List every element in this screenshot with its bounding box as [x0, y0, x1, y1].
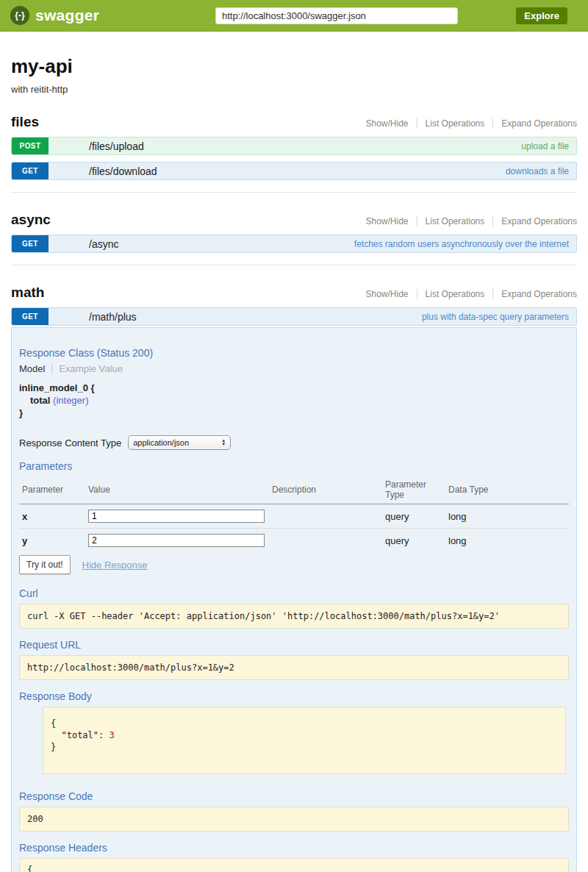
column-header-data-type: Data Type — [445, 476, 569, 504]
response-headers-json: { "date": "Sun, 21 Oct 2018 20:07:29 GMT… — [27, 865, 561, 872]
operation-path[interactable]: /math/plus — [89, 311, 137, 323]
json-close-brace: } — [51, 741, 558, 753]
operation-summary-link[interactable]: downloads a file — [506, 166, 569, 176]
parameter-data-type: long — [445, 504, 569, 529]
curl-heading: Curl — [19, 587, 569, 599]
operation-row-get-async[interactable]: GET /async fetches random users asynchro… — [11, 235, 577, 253]
request-url-heading: Request URL — [19, 639, 569, 651]
operation-summary-link[interactable]: plus with data-spec query parameters — [422, 312, 569, 322]
parameter-description — [269, 504, 382, 529]
response-body-heading: Response Body — [19, 690, 569, 702]
brand-title: swagger — [35, 7, 99, 24]
parameter-data-type: long — [445, 529, 569, 553]
response-content-type-label: Response Content Type — [19, 437, 121, 448]
curl-command-block: curl -X GET --header 'Accept: applicatio… — [19, 604, 569, 629]
parameter-type: query — [382, 529, 445, 553]
operation-path[interactable]: /files/download — [89, 165, 157, 177]
section-title-async: async — [11, 212, 51, 228]
parameter-description — [269, 529, 382, 553]
response-body-block: { "total": 3 } — [43, 707, 566, 774]
show-hide-link[interactable]: Show/Hide — [358, 216, 417, 226]
section-async: async Show/Hide List Operations Expand O… — [11, 212, 577, 265]
parameter-row-y: y query long — [19, 529, 569, 553]
show-hide-link[interactable]: Show/Hide — [358, 118, 417, 129]
top-bar: {-} swagger Explore — [0, 0, 588, 32]
list-operations-link[interactable]: List Operations — [417, 289, 493, 299]
list-operations-link[interactable]: List Operations — [417, 216, 493, 226]
operation-row-post-files-upload[interactable]: POST /files/upload upload a file — [11, 137, 577, 155]
section-title-math: math — [11, 285, 44, 301]
operation-summary-link[interactable]: upload a file — [521, 141, 569, 151]
select-arrows-icon: ▲▼ — [221, 439, 226, 446]
swagger-logo-icon: {-} — [10, 6, 29, 25]
method-badge-get: GET — [12, 308, 49, 325]
method-badge-get: GET — [12, 162, 49, 179]
method-badge-post: POST — [12, 137, 49, 154]
model-close-brace: } — [19, 407, 569, 419]
parameter-name: x — [19, 504, 85, 529]
tab-model[interactable]: Model — [19, 363, 51, 374]
parameter-value-input-y[interactable] — [88, 534, 265, 547]
operation-row-get-math-plus[interactable]: GET /math/plus plus with data-spec query… — [11, 307, 577, 326]
response-code-heading: Response Code — [19, 790, 569, 802]
parameter-type: query — [382, 504, 445, 529]
json-open-brace: { — [51, 718, 558, 729]
hide-response-link[interactable]: Hide Response — [82, 560, 148, 571]
parameter-value-input-x[interactable] — [88, 510, 265, 523]
parameter-row-x: x query long — [19, 504, 569, 529]
column-header-description: Description — [269, 476, 382, 504]
response-headers-block: { "date": "Sun, 21 Oct 2018 20:07:29 GMT… — [19, 858, 569, 872]
api-url-input[interactable] — [215, 7, 458, 24]
response-headers-heading: Response Headers — [19, 842, 569, 854]
expand-operations-link[interactable]: Expand Operations — [492, 118, 577, 129]
json-key: "total": — [61, 730, 109, 740]
section-files: files Show/Hide List Operations Expand O… — [11, 114, 577, 193]
response-code-block: 200 — [19, 807, 569, 832]
selected-content-type: application/json — [133, 438, 189, 447]
tab-example-value[interactable]: Example Value — [51, 363, 122, 374]
model-name: inline_model_0 { — [19, 382, 569, 394]
model-tabs: Model Example Value — [19, 363, 569, 374]
parameters-heading: Parameters — [19, 460, 569, 472]
expand-operations-link[interactable]: Expand Operations — [492, 289, 577, 299]
operation-summary-link[interactable]: fetches random users asynchronously over… — [354, 239, 569, 249]
show-hide-link[interactable]: Show/Hide — [358, 289, 417, 299]
model-signature: inline_model_0 { total (integer) } — [19, 382, 569, 419]
column-header-parameter-type: Parameter Type — [382, 476, 445, 504]
operation-detail-panel: Response Class (Status 200) Model Exampl… — [11, 327, 577, 872]
parameters-table: Parameter Value Description Parameter Ty… — [19, 476, 569, 552]
swagger-logo: {-} swagger — [10, 6, 99, 25]
section-controls: Show/Hide List Operations Expand Operati… — [358, 118, 577, 129]
response-class-heading: Response Class (Status 200) — [19, 347, 569, 359]
expand-operations-link[interactable]: Expand Operations — [492, 216, 577, 226]
operation-path[interactable]: /async — [89, 238, 118, 250]
model-field-name: total — [30, 395, 50, 406]
parameter-name: y — [19, 529, 85, 553]
method-badge-get: GET — [12, 235, 49, 252]
section-math: math Show/Hide List Operations Expand Op… — [11, 285, 577, 872]
explore-button[interactable]: Explore — [516, 7, 567, 24]
api-title: my-api — [11, 55, 577, 78]
section-title-files: files — [11, 114, 39, 130]
section-controls: Show/Hide List Operations Expand Operati… — [358, 216, 577, 226]
api-description: with reitit-http — [11, 84, 577, 95]
response-content-type-select[interactable]: application/json ▲▼ — [128, 435, 231, 450]
operation-row-get-files-download[interactable]: GET /files/download downloads a file — [11, 162, 577, 180]
main-content: my-api with reitit-http files Show/Hide … — [0, 55, 588, 872]
column-header-value: Value — [85, 476, 269, 504]
json-value: 3 — [109, 730, 114, 740]
try-it-out-button[interactable]: Try it out! — [19, 555, 71, 574]
column-header-parameter: Parameter — [19, 476, 85, 504]
request-url-block: http://localhost:3000/math/plus?x=1&y=2 — [19, 655, 569, 680]
operation-path[interactable]: /files/upload — [89, 140, 144, 152]
model-field-type: (integer) — [53, 395, 88, 406]
section-controls: Show/Hide List Operations Expand Operati… — [358, 289, 577, 299]
list-operations-link[interactable]: List Operations — [417, 118, 493, 129]
